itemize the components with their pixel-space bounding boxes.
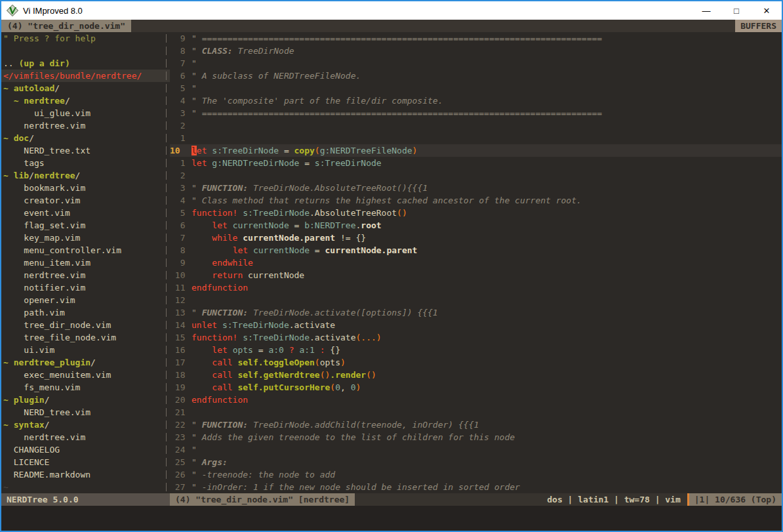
title-bar[interactable]: Vi IMproved 8.0 — □ ✕ [1,1,782,20]
buffers-label[interactable]: BUFFERS [735,20,782,32]
code-line[interactable]: 15 function! s:TreeDirNode.activate(...) [170,331,782,344]
tree-line[interactable]: nerdtree.vim [3,269,163,281]
code-line[interactable]: 25 " Args: [170,456,782,468]
code-line[interactable]: 2 [170,169,782,182]
token-kw: call [212,370,232,380]
token-tx [191,370,212,380]
code-line[interactable]: 26 " -treenode: the node to add [170,468,782,481]
tree-line[interactable]: ~ nerdtree_plugin/ [3,356,163,369]
token-kw: function! [191,208,237,218]
code-line[interactable]: 24 " [170,443,782,456]
tree-line[interactable]: NERD_tree.txt [3,144,163,157]
tree-line[interactable]: tags [3,157,163,169]
tree-line[interactable]: event.vim [3,207,163,219]
tree-line[interactable]: key_map.vim [3,232,163,244]
tree-line[interactable]: " Press ? for help [3,32,163,45]
code-line[interactable]: 4 " The 'composite' part of the file/dir… [170,94,782,107]
command-line[interactable] [1,506,782,531]
code-line[interactable]: 2 [170,119,782,132]
code-line[interactable]: 5 function! s:TreeDirNode.AbsoluteTreeRo… [170,207,782,219]
nerdtree-sidebar[interactable]: " Press ? for help.. (up a dir)</vimfile… [1,32,163,493]
code-line-current[interactable]: 10 let s:TreeDirNode = copy(g:NERDTreeFi… [170,144,782,157]
code-line[interactable]: 16 let opts = a:0 ? a:1 : {} [170,344,782,356]
line-number: 19 [170,381,191,394]
code-line[interactable]: 6 let currentNode = b:NERDTree.root [170,219,782,232]
token-tx: = [289,220,304,230]
tree-line[interactable]: nerdtree.vim [3,431,163,443]
minimize-button[interactable]: — [691,1,721,20]
tree-line[interactable]: notifier.vim [3,281,163,294]
code-line[interactable]: 3 " ====================================… [170,107,782,119]
code-line[interactable]: 4 " Class method that returns the highes… [170,194,782,207]
tree-line[interactable]: README.markdown [3,468,163,481]
line-number: 18 [170,369,191,381]
token-tx: currentNode [243,270,304,280]
gvim-window: Vi IMproved 8.0 — □ ✕ (4) "tree_dir_node… [0,0,783,532]
tree-line[interactable]: ui_glue.vim [3,107,163,119]
tree-line[interactable]: bookmark.vim [3,182,163,194]
close-button[interactable]: ✕ [752,1,782,20]
tree-line[interactable]: tree_file_node.vim [3,331,163,344]
code-line[interactable]: 10 return currentNode [170,269,782,281]
tree-line[interactable]: ~ syntax/ [3,419,163,431]
code-line[interactable]: 1 let g:NERDTreeDirNode = s:TreeDirNode [170,157,782,169]
code-line[interactable]: 21 [170,406,782,419]
tree-line[interactable]: opener.vim [3,294,163,306]
token-tx [217,320,222,330]
tree-line[interactable]: ~ autoload/ [3,82,163,94]
token-cmb: CLASS: [202,46,233,56]
code-line[interactable]: 6 " A subclass of NERDTreeFileNode. [170,70,782,82]
code-line[interactable]: 3 " FUNCTION: TreeDirNode.AbsoluteTreeRo… [170,182,782,194]
code-line[interactable]: 5 " [170,82,782,94]
tree-line[interactable]: creator.vim [3,194,163,207]
code-line[interactable]: 11 endfunction [170,281,782,294]
tree-line[interactable]: tree_dir_node.vim [3,319,163,331]
tree-line[interactable]: fs_menu.vim [3,381,163,394]
code-line[interactable]: 8 let currentNode = currentNode.parent [170,244,782,256]
buffer-tab-tree-dir-node[interactable]: (4) "tree_dir_node.vim" [1,20,131,32]
tree-line[interactable]: menu_controller.vim [3,244,163,256]
tree-line[interactable]: exec_menuitem.vim [3,369,163,381]
token-br: ) [340,358,346,367]
tree-line[interactable]: menu_item.vim [3,256,163,269]
tree-line[interactable]: CHANGELOG [3,443,163,456]
tree-line[interactable]: ~ plugin/ [3,394,163,406]
tree-line[interactable]: LICENCE [3,456,163,468]
token-file: nerdtree.vim [3,432,85,442]
tree-line[interactable]: flag_set.vim [3,219,163,232]
line-number: 11 [170,281,191,294]
code-line[interactable]: 19 call self.putCursorHere(0, 0) [170,381,782,394]
code-line[interactable]: 7 while currentNode.parent != {} [170,232,782,244]
window-separator[interactable] [163,32,170,493]
tree-line[interactable] [3,45,163,57]
code-line[interactable]: 23 " Adds the given treenode to the list… [170,431,782,443]
code-line[interactable]: 20 endfunction [170,394,782,406]
code-line[interactable]: 14 unlet s:TreeDirNode.activate [170,319,782,331]
code-line[interactable]: 17 call self.toggleOpen(opts) [170,356,782,369]
code-line[interactable]: 1 [170,132,782,144]
statusline-filler: dos | latin1 | tw=78 | vim [355,493,687,506]
tree-line[interactable]: ~ lib/nerdtree/ [3,169,163,182]
code-line[interactable]: 22 " FUNCTION: TreeDirNode.addChild(tree… [170,419,782,431]
code-line[interactable]: 9 " ====================================… [170,32,782,45]
tree-line[interactable]: nerdtree.vim [3,119,163,132]
tree-line[interactable]: .. (up a dir) [3,57,163,70]
tree-line[interactable]: NERD_tree.vim [3,406,163,419]
token-kw: endwhile [212,258,253,268]
tree-line[interactable]: ~ [3,481,163,493]
tree-line[interactable]: ui.vim [3,344,163,356]
tree-line[interactable]: ~ nerdtree/ [3,94,163,107]
tree-line[interactable]: ~ doc/ [3,132,163,144]
token-cm: " -inOrder: 1 if the new node should be … [191,482,520,492]
code-line[interactable]: 13 " FUNCTION: TreeDirNode.activate([opt… [170,306,782,319]
maximize-button[interactable]: □ [721,1,752,20]
code-line[interactable]: 8 " CLASS: TreeDirNode [170,45,782,57]
editor-buffer[interactable]: 9 " ====================================… [170,32,782,493]
tree-root-path[interactable]: </vimfiles/bundle/nerdtree/ [1,70,163,82]
code-line[interactable]: 27 " -inOrder: 1 if the new node should … [170,481,782,493]
code-line[interactable]: 18 call self.getNerdtree().render() [170,369,782,381]
code-line[interactable]: 7 " [170,57,782,70]
code-line[interactable]: 12 [170,294,782,306]
tree-line[interactable]: path.vim [3,306,163,319]
code-line[interactable]: 9 endwhile [170,256,782,269]
